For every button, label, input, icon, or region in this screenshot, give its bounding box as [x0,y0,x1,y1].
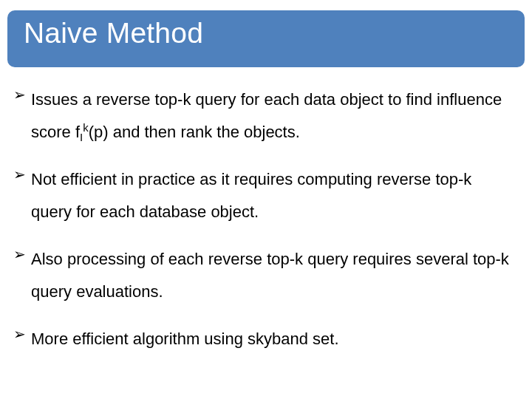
slide-title-bar: Naive Method [7,10,525,67]
bullet-text-post: (p) and then rank the objects. [89,123,300,141]
triangle-bullet-icon: ➢ [12,243,31,265]
bullet-text-pre: Not efficient in practice as it requires… [31,170,471,221]
bullet-text-sup: k [83,121,88,134]
slide-title: Naive Method [24,17,203,49]
bullet-text: More efficient algorithm using skyband s… [31,323,514,355]
slide-body: ➢ Issues a reverse top-k query for each … [7,67,525,355]
bullet-text-pre: Also processing of each reverse top-k qu… [31,250,509,301]
bullet-text-pre: More efficient algorithm using skyband s… [31,330,339,348]
triangle-bullet-icon: ➢ [12,83,31,106]
triangle-bullet-icon: ➢ [12,323,31,345]
slide: Naive Method ➢ Issues a reverse top-k qu… [0,0,532,399]
bullet-text: Also processing of each reverse top-k qu… [31,243,514,308]
list-item: ➢ Not efficient in practice as it requir… [12,163,514,228]
list-item: ➢ Issues a reverse top-k query for each … [12,83,514,149]
list-item: ➢ More efficient algorithm using skyband… [12,323,514,355]
bullet-text: Not efficient in practice as it requires… [31,163,514,228]
bullet-text: Issues a reverse top-k query for each da… [31,83,514,149]
triangle-bullet-icon: ➢ [12,163,31,185]
list-item: ➢ Also processing of each reverse top-k … [12,243,514,308]
